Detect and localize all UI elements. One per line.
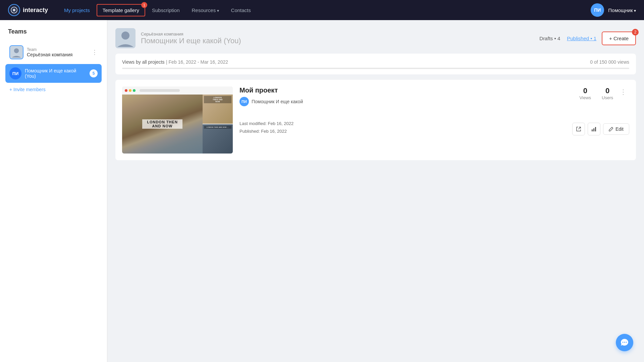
svg-point-2 <box>14 10 15 11</box>
views-bar-inner: Views by all projects | Feb 16, 2022 - M… <box>122 59 629 69</box>
invite-members-button[interactable]: + Invite members <box>5 84 102 95</box>
team-info: Team Серьёзная компания <box>27 47 88 57</box>
preview-side-panels: LondonThen andNow London Then and Now ..… <box>203 95 233 154</box>
sidebar: Teams Team Серьёзная компания ⋮ ПИ Помощ… <box>0 20 107 362</box>
preview-header <box>122 86 233 95</box>
project-metrics: 0 Views 0 Users <box>580 86 613 100</box>
metric-views-label: Views <box>580 95 591 100</box>
invite-members-label: + Invite members <box>9 87 46 92</box>
user-team-count: 5 <box>90 69 98 77</box>
preview-dot-green <box>133 89 136 92</box>
team-label: Team <box>27 47 88 52</box>
navbar: interacty My projects Template gallery 1… <box>0 0 644 20</box>
views-progress-bar-container <box>122 68 629 69</box>
svg-point-10 <box>623 342 624 343</box>
edit-button[interactable]: Edit <box>603 123 629 135</box>
nav-subscription[interactable]: Subscription <box>147 5 185 16</box>
views-bar-text: Views by all projects | Feb 16, 2022 - M… <box>122 59 228 65</box>
team-dots-icon[interactable]: ⋮ <box>92 49 98 56</box>
views-count: 0 of 150 000 views <box>590 59 629 65</box>
drafts-stat: Drafts • 4 <box>539 36 560 41</box>
project-card: London Then and Now LondonThen andNow Lo… <box>115 80 636 160</box>
published-date: Published: Feb 16, 2022 <box>239 127 293 135</box>
project-header-info: Серьёзная компания Помощник И еще какой … <box>141 32 534 45</box>
svg-point-12 <box>626 342 627 343</box>
svg-rect-7 <box>592 129 593 131</box>
nav-resources[interactable]: Resources <box>186 5 224 16</box>
team-avatar <box>9 45 23 59</box>
external-link-button[interactable] <box>572 123 585 135</box>
logo[interactable]: interacty <box>8 4 48 16</box>
nav-template-gallery[interactable]: Template gallery 1 <box>97 4 145 16</box>
nav-links: My projects Template gallery 1 Subscript… <box>59 4 591 16</box>
metric-views-value: 0 <box>580 86 591 95</box>
nav-contacts[interactable]: Contacts <box>226 5 256 16</box>
views-bar: Views by all projects | Feb 16, 2022 - M… <box>115 54 636 74</box>
preview-dot-yellow <box>129 89 131 92</box>
preview-dot-red <box>125 89 127 92</box>
create-badge: 2 <box>632 29 639 36</box>
project-company-thumb <box>115 28 136 48</box>
user-team-name: Помощник И еще какой (You) <box>25 68 86 79</box>
content-area: Серьёзная компания Помощник И еще какой … <box>107 20 644 362</box>
project-name: Мой проект <box>239 86 576 94</box>
owner-name: Помощник И еще какой <box>252 99 303 104</box>
preview-side-card-1: LondonThen andNow <box>203 95 233 124</box>
card-dots-icon[interactable]: ⋮ <box>617 86 629 97</box>
chat-fab-button[interactable] <box>616 334 633 351</box>
svg-rect-9 <box>595 127 596 131</box>
preview-title: London Then and Now <box>142 119 182 129</box>
preview-main-image: London Then and Now <box>122 95 203 154</box>
metric-users-value: 0 <box>602 86 613 95</box>
create-button[interactable]: + Create 2 <box>602 32 636 45</box>
project-company: Серьёзная компания <box>141 32 534 37</box>
user-name-dropdown[interactable]: Помощник <box>608 7 636 13</box>
navbar-right: ПИ Помощник <box>591 3 636 17</box>
preview-url-bar <box>140 89 180 92</box>
team-name: Серьёзная компания <box>27 52 88 57</box>
project-dates: Last modified: Feb 16, 2022 Published: F… <box>239 120 293 135</box>
template-gallery-badge: 1 <box>141 2 147 8</box>
svg-point-6 <box>121 32 129 40</box>
last-modified: Last modified: Feb 16, 2022 <box>239 120 293 127</box>
svg-point-4 <box>14 48 19 53</box>
project-header: Серьёзная компания Помощник И еще какой … <box>115 28 636 48</box>
sidebar-item-user-team[interactable]: ПИ Помощник И еще какой (You) 5 <box>5 64 102 83</box>
user-avatar: ПИ <box>591 3 604 17</box>
edit-label: Edit <box>615 126 624 132</box>
user-team-avatar: ПИ <box>9 67 21 79</box>
project-owner: ПИ Помощник И еще какой <box>239 97 576 106</box>
analytics-button[interactable] <box>588 123 600 135</box>
logo-icon <box>8 4 20 16</box>
preview-side-card-2: London Then and Now ... <box>203 124 233 154</box>
nav-my-projects[interactable]: My projects <box>59 5 95 16</box>
project-actions: Edit <box>572 123 629 135</box>
svg-point-11 <box>624 342 625 343</box>
svg-rect-8 <box>593 128 594 131</box>
metric-users-label: Users <box>602 95 613 100</box>
preview-side-title-2: London Then and Now ... <box>204 126 231 129</box>
owner-avatar: ПИ <box>239 97 249 106</box>
project-stats: Drafts • 4 Published • 1 <box>539 36 596 41</box>
metric-users: 0 Users <box>602 86 613 100</box>
project-preview: London Then and Now LondonThen andNow Lo… <box>122 86 233 154</box>
preview-side-title-1: LondonThen andNow <box>204 96 231 103</box>
metric-views: 0 Views <box>580 86 591 100</box>
main-layout: Teams Team Серьёзная компания ⋮ ПИ Помощ… <box>0 20 644 362</box>
published-stat[interactable]: Published • 1 <box>567 36 596 41</box>
sidebar-title: Teams <box>5 28 102 35</box>
sidebar-item-team[interactable]: Team Серьёзная компания ⋮ <box>5 42 102 63</box>
logo-text: interacty <box>23 7 48 14</box>
views-date: | Feb 16, 2022 - Mar 16, 2022 <box>166 59 228 65</box>
preview-content: London Then and Now LondonThen andNow Lo… <box>122 95 233 154</box>
views-label: Views by all projects <box>122 59 165 65</box>
project-user-heading: Помощник И еще какой (You) <box>141 37 534 45</box>
